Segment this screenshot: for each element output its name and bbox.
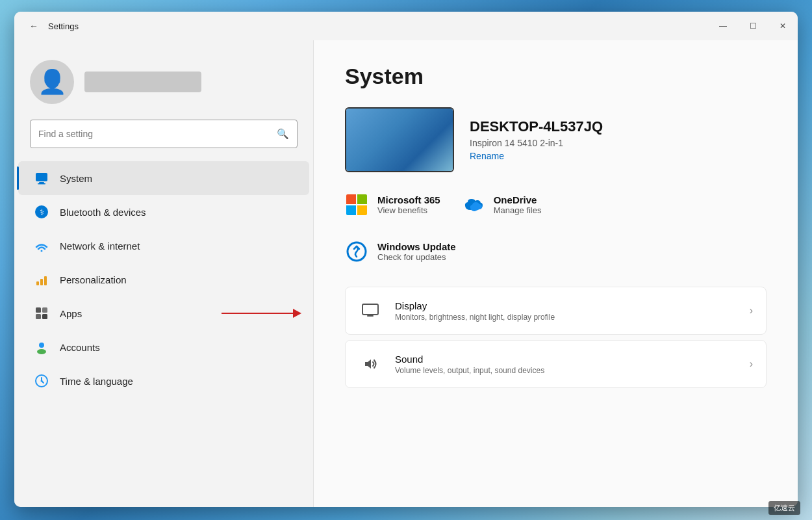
sound-name: Sound xyxy=(395,354,737,365)
svg-rect-7 xyxy=(40,279,43,285)
sidebar-item-label-network: Network & internet xyxy=(60,240,140,252)
device-model: Inspiron 14 5410 2-in-1 xyxy=(470,138,603,148)
close-button[interactable]: ✕ xyxy=(768,12,798,40)
device-card: DESKTOP-4L537JQ Inspiron 14 5410 2-in-1 … xyxy=(345,107,767,172)
svg-point-18 xyxy=(41,380,43,382)
quick-links: Microsoft 365 View benefits OneDrive xyxy=(345,193,767,216)
search-input[interactable] xyxy=(38,129,277,139)
ms365-text: Microsoft 365 View benefits xyxy=(377,194,440,215)
svg-point-14 xyxy=(37,349,46,354)
windows-update-name: Windows Update xyxy=(377,241,456,252)
onedrive-link[interactable]: OneDrive Manage files xyxy=(461,193,542,216)
device-image xyxy=(345,107,454,172)
nav-items: System ⚕ Bluetooth & devices xyxy=(14,161,313,398)
personalization-icon xyxy=(34,272,49,287)
display-chevron: › xyxy=(750,305,753,317)
display-row[interactable]: Display Monitors, brightness, night ligh… xyxy=(345,287,767,335)
sidebar-item-apps[interactable]: Apps xyxy=(18,296,309,330)
window-title: Settings xyxy=(48,21,79,31)
sound-text: Sound Volume levels, output, input, soun… xyxy=(395,354,737,375)
sidebar-item-bluetooth[interactable]: ⚕ Bluetooth & devices xyxy=(18,195,309,229)
windows-update-section[interactable]: Windows Update Check for updates xyxy=(345,237,767,266)
svg-rect-1 xyxy=(39,182,44,183)
svg-rect-20 xyxy=(362,304,378,315)
onedrive-name: OneDrive xyxy=(494,194,542,205)
sidebar-item-network[interactable]: Network & internet xyxy=(18,229,309,263)
user-icon: 👤 xyxy=(38,68,67,96)
display-text: Display Monitors, brightness, night ligh… xyxy=(395,300,737,322)
windows-update-sub: Check for updates xyxy=(377,252,456,262)
ms365-icon xyxy=(345,193,368,216)
main-content: 👤 🔍 xyxy=(14,40,798,507)
sidebar-item-accounts[interactable]: Accounts xyxy=(18,330,309,364)
svg-rect-10 xyxy=(42,307,47,313)
settings-window: ← Settings — ☐ ✕ 👤 🔍 xyxy=(14,12,798,507)
settings-list: Display Monitors, brightness, night ligh… xyxy=(345,287,767,393)
user-name-placeholder xyxy=(84,72,201,92)
windows-update-text: Windows Update Check for updates xyxy=(377,241,456,262)
search-icon: 🔍 xyxy=(277,128,289,140)
ms365-link[interactable]: Microsoft 365 View benefits xyxy=(345,193,440,216)
sidebar-item-label-time: Time & language xyxy=(60,376,133,387)
svg-rect-12 xyxy=(42,314,47,319)
apps-icon xyxy=(34,306,49,321)
sidebar-item-label-accounts: Accounts xyxy=(60,342,100,353)
svg-point-5 xyxy=(41,250,43,252)
sidebar-item-label-personalization: Personalization xyxy=(60,274,127,285)
svg-rect-6 xyxy=(36,281,39,285)
svg-point-13 xyxy=(39,343,44,348)
accounts-icon xyxy=(34,339,49,355)
avatar[interactable]: 👤 xyxy=(30,60,74,104)
ms365-sub: View benefits xyxy=(377,205,440,215)
page-title: System xyxy=(345,64,767,89)
svg-text:⚕: ⚕ xyxy=(40,207,44,217)
svg-rect-9 xyxy=(36,307,41,313)
main-panel: System DESKTOP-4L537JQ Inspiron 14 5410 … xyxy=(313,40,798,507)
sidebar-item-system[interactable]: System xyxy=(18,161,309,195)
system-icon xyxy=(34,170,49,186)
sidebar-item-label-system: System xyxy=(60,173,92,184)
watermark: 亿速云 xyxy=(768,501,800,515)
sidebar: 👤 🔍 xyxy=(14,40,313,507)
windows-update-icon xyxy=(345,240,368,263)
window-controls: — ☐ ✕ xyxy=(708,12,798,40)
sound-desc: Volume levels, output, input, sound devi… xyxy=(395,366,737,375)
maximize-button[interactable]: ☐ xyxy=(738,12,768,40)
svg-rect-8 xyxy=(44,276,47,285)
device-rename-link[interactable]: Rename xyxy=(470,151,603,161)
sidebar-item-personalization[interactable]: Personalization xyxy=(18,263,309,296)
arrow-head xyxy=(293,309,301,318)
onedrive-sub: Manage files xyxy=(494,205,542,215)
search-box: 🔍 xyxy=(30,120,298,148)
device-info: DESKTOP-4L537JQ Inspiron 14 5410 2-in-1 … xyxy=(470,118,603,161)
sidebar-item-time[interactable]: Time & language xyxy=(18,364,309,398)
time-icon xyxy=(34,373,49,389)
device-name: DESKTOP-4L537JQ xyxy=(470,118,603,135)
bluetooth-icon: ⚕ xyxy=(34,204,49,220)
sound-chevron: › xyxy=(750,358,753,370)
minimize-button[interactable]: — xyxy=(708,12,738,40)
display-desc: Monitors, brightness, night light, displ… xyxy=(395,313,737,322)
title-bar: ← Settings — ☐ ✕ xyxy=(14,12,798,40)
svg-rect-2 xyxy=(38,183,45,185)
sidebar-item-label-bluetooth: Bluetooth & devices xyxy=(60,207,146,218)
svg-rect-0 xyxy=(36,173,47,181)
network-icon xyxy=(34,238,49,254)
back-button[interactable]: ← xyxy=(25,17,43,35)
sound-icon xyxy=(359,352,382,376)
display-name: Display xyxy=(395,300,737,311)
device-wallpaper xyxy=(346,109,453,171)
apps-arrow-annotation xyxy=(222,309,301,318)
sidebar-item-label-apps: Apps xyxy=(60,308,82,319)
svg-rect-11 xyxy=(36,314,41,319)
onedrive-text: OneDrive Manage files xyxy=(494,194,542,215)
sound-row[interactable]: Sound Volume levels, output, input, soun… xyxy=(345,340,767,388)
onedrive-icon xyxy=(461,193,485,216)
ms365-name: Microsoft 365 xyxy=(377,194,440,205)
display-icon xyxy=(359,299,382,322)
arrow-line xyxy=(222,313,293,315)
user-section: 👤 xyxy=(14,53,313,120)
